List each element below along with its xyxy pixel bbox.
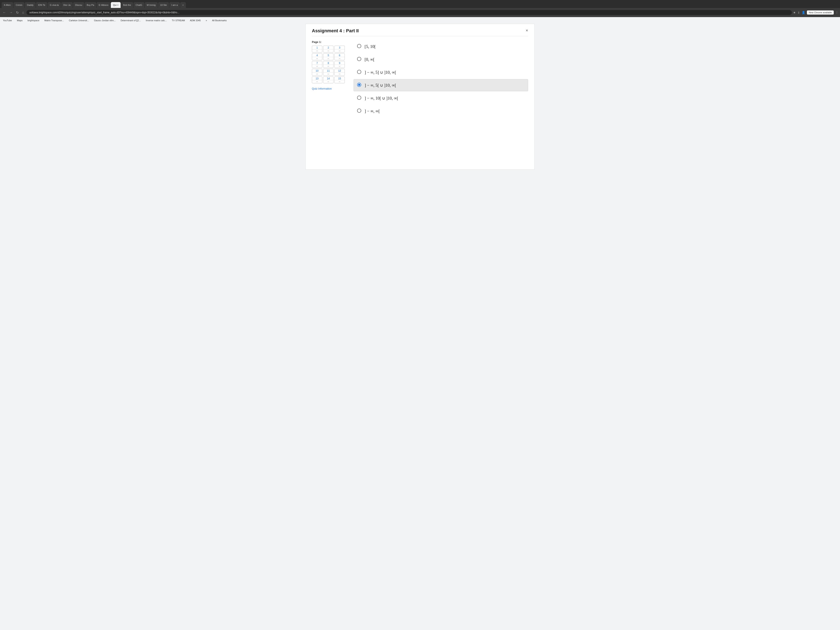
question-score: -- — [335, 80, 344, 83]
bookmark-item[interactable]: YouTube — [2, 19, 13, 22]
quiz-header: Assignment 4 : Part II × — [312, 28, 528, 36]
question-score: -- — [312, 80, 322, 83]
answer-option[interactable]: [5, 10[ — [354, 40, 528, 52]
question-score: -- — [323, 49, 333, 52]
question-nav-cell[interactable]: 12-- — [335, 69, 345, 76]
browser-tab[interactable]: I am a — [169, 2, 180, 8]
question-number: 8 — [328, 62, 329, 65]
quiz-body: Page 1: 1--2--3--4--5--6--7--8--9--10--1… — [312, 40, 528, 118]
question-nav-cell[interactable]: 9-- — [335, 61, 345, 68]
question-nav-cell[interactable]: 5-- — [323, 53, 333, 60]
radio-button[interactable] — [357, 44, 361, 48]
question-number: 3 — [339, 46, 340, 49]
browser-tab[interactable]: E Hibisco — [97, 2, 111, 8]
bookmark-item[interactable]: ADM 3345 — [189, 19, 202, 22]
bookmark-item[interactable]: Carleton Universit... — [68, 19, 90, 22]
bookmark-item[interactable]: All Bookmarks — [211, 19, 228, 22]
toolbar-icons: ★ ⇓ 👤 New Chrome available ⋮ — [793, 10, 838, 14]
home-button[interactable]: ⌂ — [21, 10, 25, 15]
bookmark-item[interactable]: » — [205, 19, 208, 22]
browser-tab[interactable]: Daddy — [25, 2, 36, 8]
bookmark-icon[interactable]: ★ — [793, 11, 796, 14]
question-score: -- — [312, 72, 322, 75]
question-nav-cell[interactable]: 2-- — [323, 46, 333, 52]
question-score: -- — [335, 57, 344, 60]
option-text: ] − ∞, 5] ∪ ]10, ∞[ — [365, 69, 396, 75]
question-nav-cell[interactable]: 3-- — [335, 46, 345, 52]
browser-tab[interactable]: ION Te — [36, 2, 47, 8]
bookmark-item[interactable]: TV STREAM — [171, 19, 186, 22]
browser-tab[interactable]: Discou — [73, 2, 84, 8]
question-number: 14 — [327, 77, 330, 80]
menu-icon[interactable]: ⋮ — [835, 11, 838, 14]
close-button[interactable]: × — [526, 28, 528, 33]
question-number: 10 — [316, 69, 318, 72]
radio-button[interactable] — [357, 109, 361, 113]
browser-tab[interactable]: G viva la — [48, 2, 61, 8]
radio-button[interactable] — [357, 83, 361, 87]
browser-tab[interactable]: Buy Pa — [85, 2, 96, 8]
answer-option[interactable]: [0, ∞[ — [354, 53, 528, 65]
tab-bar: X-Men:CriminDaddyION TeG viva laDior JaD… — [0, 0, 840, 8]
question-number: 9 — [339, 62, 340, 65]
question-score: -- — [312, 49, 322, 52]
answer-option[interactable]: ] − ∞, 5] ∪ ]10, ∞[ — [354, 66, 528, 78]
bookmark-item[interactable]: Gauss–Jordan elim... — [93, 19, 117, 22]
question-nav-cell[interactable]: 15-- — [335, 76, 345, 83]
reload-button[interactable]: ↻ — [15, 10, 20, 15]
answer-option[interactable]: ] − ∞, 5[ ∪ ]10, ∞[ — [354, 79, 528, 91]
browser-tab[interactable]: Crimin — [14, 2, 24, 8]
quiz-info-link[interactable]: Quiz Information — [312, 87, 332, 90]
question-grid: 1--2--3--4--5--6--7--8--9--10--11--12--1… — [312, 46, 349, 83]
question-nav-cell[interactable]: 1-- — [312, 46, 322, 52]
question-number: 13 — [316, 77, 318, 80]
quiz-title: Assignment 4 : Part II — [312, 28, 359, 33]
option-text: [0, ∞[ — [365, 57, 374, 62]
bookmark-item[interactable]: Matrix Transpose... — [43, 19, 65, 22]
option-text: ] − ∞, 5[ ∪ ]10, ∞[ — [365, 82, 396, 88]
question-number: 15 — [338, 77, 341, 80]
question-score: -- — [323, 65, 333, 67]
radio-button[interactable] — [357, 70, 361, 74]
forward-button[interactable]: → — [8, 10, 14, 15]
radio-button[interactable] — [357, 96, 361, 100]
question-nav-cell[interactable]: 6-- — [335, 53, 345, 60]
question-score: -- — [312, 65, 322, 67]
question-score: -- — [312, 57, 322, 60]
question-number: 11 — [327, 69, 330, 72]
question-number: 2 — [328, 46, 329, 49]
question-score: -- — [323, 80, 333, 83]
browser-tab[interactable]: Bob the — [121, 2, 133, 8]
bookmark-item[interactable]: brightspace — [26, 19, 41, 22]
question-number: 6 — [339, 54, 340, 57]
address-input[interactable] — [27, 10, 792, 15]
question-score: -- — [323, 72, 333, 75]
question-nav-cell[interactable]: 4-- — [312, 53, 322, 60]
browser-tab[interactable]: + — [180, 2, 186, 8]
browser-tab[interactable]: ChatG — [134, 2, 144, 8]
bookmark-item[interactable]: Maps — [16, 19, 24, 22]
question-nav-cell[interactable]: 11-- — [323, 69, 333, 76]
answer-option[interactable]: ] − ∞, 10[ ∪ ]10, ∞[ — [354, 92, 528, 104]
download-icon[interactable]: ⇓ — [797, 11, 800, 14]
bookmark-item[interactable]: Determinant of [[2... — [119, 19, 142, 22]
question-nav-cell[interactable]: 14-- — [323, 76, 333, 83]
question-nav-cell[interactable]: 8-- — [323, 61, 333, 68]
browser-frame: X-Men:CriminDaddyION TeG viva laDior JaD… — [0, 0, 840, 24]
bookmark-item[interactable]: Inverse matrix calc... — [145, 19, 168, 22]
question-number: 12 — [338, 69, 341, 72]
question-score: -- — [335, 65, 344, 67]
back-button[interactable]: ← — [2, 10, 7, 15]
browser-tab[interactable]: X-Men: — [2, 2, 13, 8]
radio-button[interactable] — [357, 57, 361, 61]
question-nav-cell[interactable]: 7-- — [312, 61, 322, 68]
browser-tab[interactable]: 10 Ste — [158, 2, 169, 8]
question-nav-cell[interactable]: 13-- — [312, 76, 322, 83]
browser-tab[interactable]: Qui × — [111, 2, 121, 8]
question-nav-cell[interactable]: 10-- — [312, 69, 322, 76]
new-chrome-badge[interactable]: New Chrome available — [807, 10, 834, 14]
browser-tab[interactable]: M Immig — [145, 2, 158, 8]
browser-tab[interactable]: Dior Ja — [61, 2, 73, 8]
answer-option[interactable]: ] − ∞, ∞[ — [354, 105, 528, 117]
profile-icon[interactable]: 👤 — [802, 11, 805, 14]
